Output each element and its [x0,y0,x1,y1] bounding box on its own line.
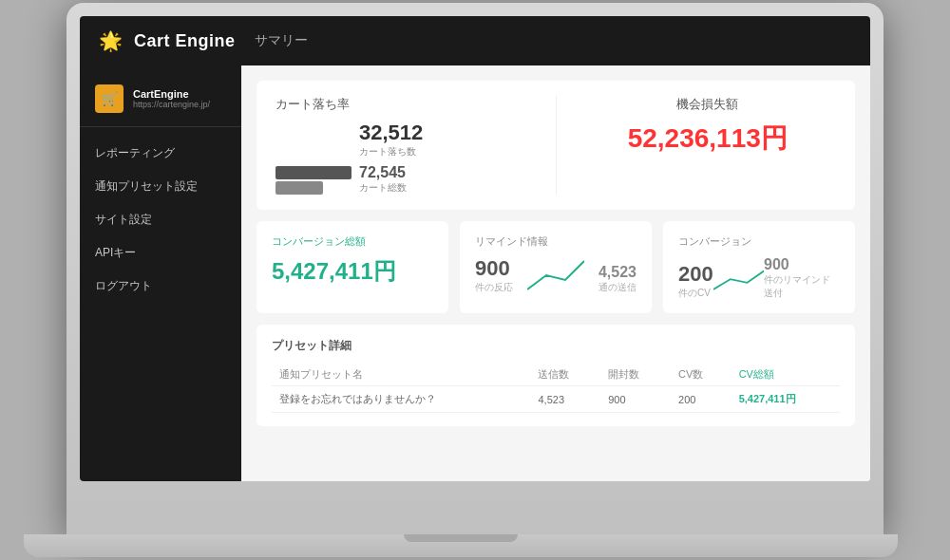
col-header-send: 送信数 [530,364,600,386]
remind-title: リマインド情報 [475,234,636,249]
conversion-amount-card: コンバージョン総額 5,427,411円 [256,221,448,313]
funnel-bar-large [276,166,352,179]
remind-top-number: 900 [475,256,513,281]
row-cv-amount: 5,427,411円 [732,386,840,413]
opportunity-loss-title: 機会損失額 [580,96,837,113]
cart-total-number-group: 72,545 カート総数 [359,164,423,195]
row-send: 4,523 [530,386,600,413]
remind-top-group: 900 件の反応 [475,256,513,294]
sidebar-item-api-key[interactable]: APIキー [80,236,241,270]
row-cv: 200 [671,386,732,413]
cart-total-label: カート総数 [359,181,423,195]
site-url: https://cartengine.jp/ [133,100,210,109]
site-icon: 🛒 [95,84,124,113]
cart-chart-area: 32,512 カート落ち数 72,545 カート総数 [276,121,533,195]
conversion-chart [713,262,764,300]
cart-drop-title: カート落ち率 [276,96,533,113]
remind-bottom-number: 4,523 [598,264,636,281]
top-stats-card: カート落ち率 32,512 カート落ち [256,81,855,210]
funnel-bars [276,166,352,195]
table-header-row: 通知プリセット名 送信数 開封数 CV数 CV総額 [272,364,840,386]
conversion-bottom-group: 900 件のリマインド送付 [764,256,840,300]
stats-divider [556,96,557,195]
conversion-title: コンバージョン [678,234,840,249]
sidebar-item-notification-preset[interactable]: 通知プリセット設定 [80,170,241,203]
cart-drop-number-group: 32,512 カート落ち数 [359,121,423,159]
conversion-top-number: 200 [678,262,713,287]
preset-table-title: プリセット詳細 [272,338,840,354]
conversion-card: コンバージョン 200 件のCV [663,221,855,313]
table-row[interactable]: 登録をお忘れではありませんか？ 4,523 900 200 5,427,411円 [272,386,840,413]
app-body: 🛒 CartEngine https://cartengine.jp/ レポーテ… [80,65,870,481]
conversion-top-group: 200 件のCV [678,262,713,300]
laptop-base [24,534,898,557]
col-header-name: 通知プリセット名 [272,364,530,386]
cart-numbers: 32,512 カート落ち数 72,545 カート総数 [359,121,423,195]
sidebar-item-logout[interactable]: ログアウト [80,270,241,303]
page-subtitle: サマリー [255,32,308,49]
col-header-cv: CV数 [671,364,732,386]
main-content: カート落ち率 32,512 カート落ち [241,65,870,481]
sidebar: 🛒 CartEngine https://cartengine.jp/ レポーテ… [80,65,241,481]
header: 🌟 Cart Engine サマリー [80,16,870,65]
funnel-bar-small [276,181,323,195]
conversion-bottom-number: 900 [764,256,840,273]
remind-bottom-label: 通の送信 [598,281,636,294]
laptop-outer: 🌟 Cart Engine サマリー 🛒 CartEngine https://… [66,3,884,534]
row-name: 登録をお忘れではありませんか？ [272,386,530,413]
cart-total-number: 72,545 [359,164,423,181]
laptop-screen: 🌟 Cart Engine サマリー 🛒 CartEngine https://… [80,16,870,481]
remind-top-label: 件の反応 [475,281,513,294]
remind-chart [527,256,584,294]
preset-table-container: プリセット詳細 通知プリセット名 送信数 開封数 CV数 CV総額 [256,325,855,426]
opportunity-loss-section: 機会損失額 52,236,113円 [580,96,837,195]
cart-drop-section: カート落ち率 32,512 カート落ち [276,96,533,195]
sidebar-site-block[interactable]: 🛒 CartEngine https://cartengine.jp/ [80,77,241,127]
remind-bottom-group: 4,523 通の送信 [598,264,636,294]
conversion-amount-number: 5,427,411円 [272,256,433,287]
remind-numbers: 900 件の反応 4,523 通の送信 [475,256,636,294]
mid-cards: コンバージョン総額 5,427,411円 リマインド情報 900 件の反応 [256,221,855,313]
cart-drop-big-number: 32,512 [359,121,423,145]
conversion-numbers: 200 件のCV 900 件のリマインド送付 [678,256,840,300]
laptop-notch [404,534,518,542]
sidebar-item-site-settings[interactable]: サイト設定 [80,203,241,236]
col-header-cv-amount: CV総額 [732,364,840,386]
cart-drop-big-label: カート落ち数 [359,145,423,159]
opportunity-loss-value: 52,236,113円 [580,121,837,157]
row-open: 900 [600,386,671,413]
preset-table: 通知プリセット名 送信数 開封数 CV数 CV総額 登録 [272,364,840,413]
logo-icon: 🌟 [99,29,123,52]
conversion-top-label: 件のCV [678,287,713,300]
site-name: CartEngine [133,88,210,100]
conversion-amount-title: コンバージョン総額 [272,234,433,249]
sidebar-item-reporting[interactable]: レポーティング [80,137,241,170]
app-title: Cart Engine [134,31,236,51]
conversion-bottom-label: 件のリマインド送付 [764,273,840,300]
remind-info-card: リマインド情報 900 件の反応 [460,221,652,313]
sidebar-site-info: CartEngine https://cartengine.jp/ [133,88,210,109]
col-header-open: 開封数 [600,364,671,386]
app: 🌟 Cart Engine サマリー 🛒 CartEngine https://… [80,16,870,481]
